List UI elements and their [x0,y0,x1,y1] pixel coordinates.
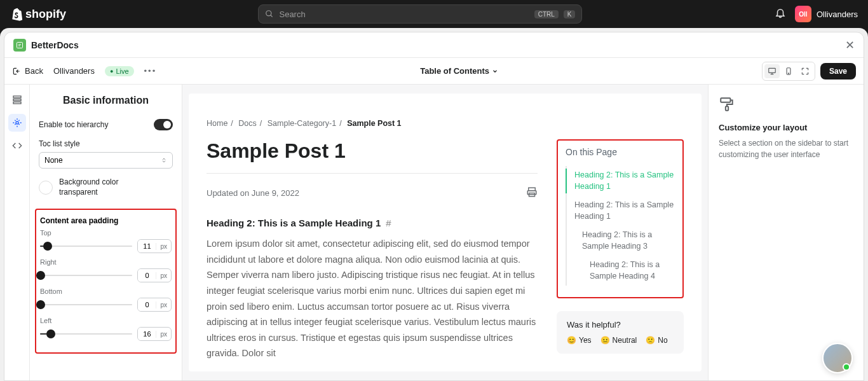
padding-bottom-slider[interactable] [40,304,132,305]
user-menu[interactable]: Oll Ollivanders [795,6,858,22]
brand-text: shopify [25,8,66,21]
workspace: Basic information Enable toc hierarchy T… [4,85,864,380]
svg-rect-2 [17,42,23,48]
toc-item[interactable]: Heading 2: This is a Sample Heading 4 [567,256,675,286]
app-header: BetterDocs ✕ [4,32,864,58]
feedback-no[interactable]: 🙁 No [646,336,667,345]
inner-shell: BetterDocs ✕ Back Ollivanders Live ••• T… [4,32,864,381]
username: Ollivanders [817,10,858,19]
padding-section-title: Content area padding [40,215,172,229]
right-panel: Customize your layout Select a section o… [708,85,864,380]
shopify-logo[interactable]: shopify [10,7,66,21]
sidebar-title: Basic information [30,85,182,114]
device-switcher [762,62,815,81]
padding-right-slider[interactable] [40,275,132,276]
top-bar-left: shopify [10,7,66,21]
padding-top-slider[interactable] [40,246,132,247]
crumb-docs[interactable]: Docs [238,119,256,128]
padding-left-input[interactable]: px [137,327,172,341]
rail-sections-icon[interactable] [8,91,26,109]
svg-rect-14 [726,106,728,111]
h2-row: Heading 2: This is a Sample Heading 1 # [207,218,538,228]
on-this-page-panel: On this Page Heading 2: This is a Sample… [557,139,684,298]
svg-point-9 [16,121,18,124]
support-chat-avatar[interactable] [822,343,853,373]
search-bar[interactable]: Search CTRL K [258,4,582,24]
shopify-top-bar: shopify Search CTRL K Oll Ollivanders [0,0,868,28]
padding-left-slider[interactable] [40,333,132,335]
toolbar-right: Save [762,62,856,81]
toolbar-center[interactable]: Table of Contents [420,66,498,76]
section-selector: Table of Contents [420,66,489,76]
page-title: Sample Post 1 [207,139,538,163]
rail-code-icon[interactable] [8,137,26,155]
svg-rect-6 [13,96,21,98]
bgcolor-l2: transparent [59,188,118,198]
svg-line-1 [271,15,273,17]
toc-item[interactable]: Heading 2: This is a Sample Heading 1 [567,196,675,226]
rail-settings-icon[interactable] [8,114,26,132]
toc-hierarchy-row: Enable toc hierarchy [30,114,182,135]
bgcolor-row[interactable]: Background color transparent [30,171,182,204]
anchor-hash-icon[interactable]: # [386,218,391,228]
list-style-value: None [44,156,63,165]
h2-text: Heading 2: This is a Sample Heading 1 [207,218,381,228]
crumb-current: Sample Post 1 [347,119,401,128]
online-status-icon [843,363,850,371]
fullscreen-icon[interactable] [797,64,813,78]
toc-hierarchy-toggle[interactable] [154,119,173,130]
crumb-category[interactable]: Sample-Category-1 [268,119,336,128]
preview-canvas: Home/ Docs/ Sample-Category-1/ Sample Po… [182,85,708,380]
crumb-home[interactable]: Home [207,119,227,128]
right-panel-title: Customize your layout [719,123,853,132]
svg-point-5 [788,73,789,73]
toc-list: Heading 2: This is a Sample Heading 1 He… [566,166,675,286]
more-icon[interactable]: ••• [144,66,157,76]
list-style-select[interactable]: None [39,152,173,169]
svg-rect-7 [13,99,21,101]
svg-rect-8 [13,102,21,104]
avatar: Oll [795,6,811,22]
kbd-k: K [564,10,576,18]
svg-rect-13 [721,98,730,102]
breadcrumb: Home/ Docs/ Sample-Category-1/ Sample Po… [207,119,684,128]
bgcolor-swatch [39,181,53,195]
mobile-icon[interactable] [781,64,796,78]
padding-right-row: Right px [40,258,172,282]
padding-bottom-input[interactable]: px [137,298,172,312]
page-preview[interactable]: Home/ Docs/ Sample-Category-1/ Sample Po… [189,94,702,371]
padding-right-input[interactable]: px [137,268,172,282]
padding-left-row: Left px [40,317,172,341]
close-icon[interactable]: ✕ [845,38,855,52]
toc-item[interactable]: Heading 2: This is a Sample Heading 1 [567,166,675,196]
back-button[interactable]: Back [12,66,43,76]
search-icon [265,10,274,18]
svg-rect-3 [769,68,776,73]
feedback-yes[interactable]: 😊 Yes [567,336,592,345]
toc-item[interactable]: Heading 2: This is a Sample Heading 3 [567,226,675,256]
save-button[interactable]: Save [820,63,856,80]
padding-bottom-row: Bottom px [40,287,172,312]
right-panel-desc: Select a section on the sidebar to start… [719,137,853,160]
notifications-icon[interactable] [775,7,786,21]
app-name: BetterDocs [31,40,79,50]
feedback-card: Was it helpful? 😊 Yes 😐 Neutral 🙁 No [557,311,684,354]
padding-top-input[interactable]: px [137,239,172,253]
svg-point-0 [266,11,271,16]
back-icon [12,67,21,76]
bgcolor-text: Background color transparent [59,177,118,197]
divider [207,173,538,174]
padding-top-row: Top px [40,229,172,253]
store-link[interactable]: Ollivanders [53,66,95,76]
app-frame: BetterDocs ✕ Back Ollivanders Live ••• T… [0,28,868,381]
article-column: Sample Post 1 Updated on June 9, 2022 He… [207,139,538,361]
feedback-neutral[interactable]: 😐 Neutral [600,336,637,345]
desktop-icon[interactable] [764,64,780,78]
padding-right-label: Right [40,258,172,266]
updated-date: Updated on June 9, 2022 [207,188,299,198]
app-icon [13,39,26,52]
padding-bottom-label: Bottom [40,287,172,295]
sidebar: Basic information Enable toc hierarchy T… [30,85,182,380]
meta-row: Updated on June 9, 2022 [207,186,538,200]
print-icon[interactable] [526,186,538,200]
